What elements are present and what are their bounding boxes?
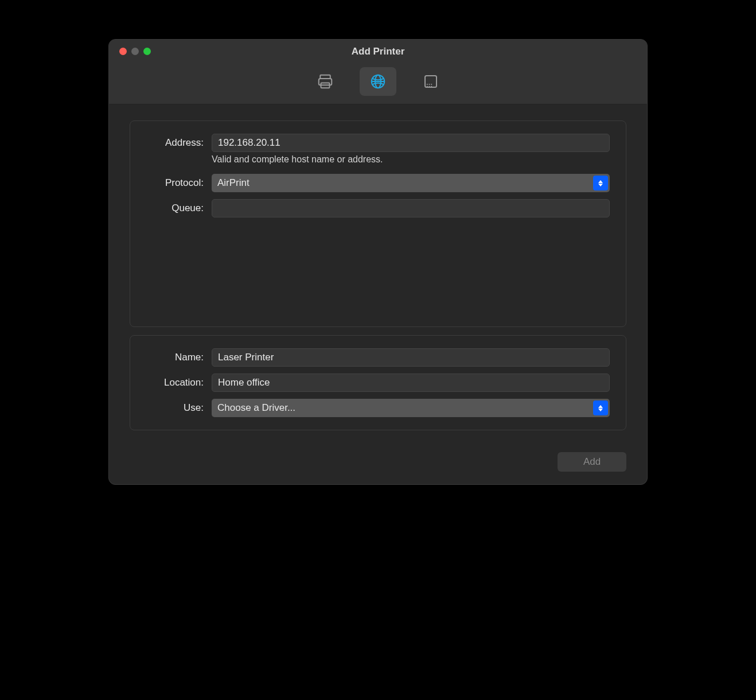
traffic-lights: [119, 48, 151, 55]
printer-icon: [317, 73, 334, 90]
minimize-button[interactable]: [131, 48, 139, 55]
location-label: Location:: [146, 377, 204, 388]
default-printer-tab[interactable]: [307, 67, 344, 96]
protocol-value: AirPrint: [217, 177, 250, 189]
meta-panel: Name: Location: Use: Choose a Driver...: [130, 335, 626, 430]
queue-input[interactable]: [212, 199, 610, 217]
svg-rect-6: [425, 76, 437, 87]
protocol-select[interactable]: AirPrint: [212, 174, 610, 192]
use-select[interactable]: Choose a Driver...: [212, 399, 610, 417]
globe-icon: [369, 73, 387, 90]
zoom-button[interactable]: [143, 48, 151, 55]
add-button[interactable]: Add: [558, 452, 626, 472]
windows-printer-icon: [422, 73, 439, 90]
ip-printer-tab[interactable]: [360, 67, 396, 96]
address-hint: Valid and complete host name or address.: [212, 154, 610, 165]
use-value: Choose a Driver...: [217, 402, 295, 414]
windows-printer-tab[interactable]: [412, 67, 449, 96]
name-label: Name:: [146, 352, 204, 363]
address-input[interactable]: [212, 134, 610, 152]
use-label: Use:: [146, 402, 204, 414]
chevron-updown-icon: [593, 400, 608, 415]
add-printer-window: Add Printer: [108, 39, 648, 485]
toolbar: [109, 64, 647, 104]
name-input[interactable]: [212, 348, 610, 367]
connection-panel: Address: Valid and complete host name or…: [130, 120, 626, 327]
titlebar: Add Printer: [109, 40, 647, 104]
address-label: Address:: [146, 137, 204, 149]
close-button[interactable]: [119, 48, 127, 55]
queue-label: Queue:: [146, 203, 204, 214]
footer: Add: [109, 443, 647, 484]
protocol-label: Protocol:: [146, 177, 204, 189]
location-input[interactable]: [212, 374, 610, 392]
window-title: Add Printer: [109, 46, 647, 57]
content: Address: Valid and complete host name or…: [109, 104, 647, 443]
chevron-updown-icon: [593, 176, 608, 190]
